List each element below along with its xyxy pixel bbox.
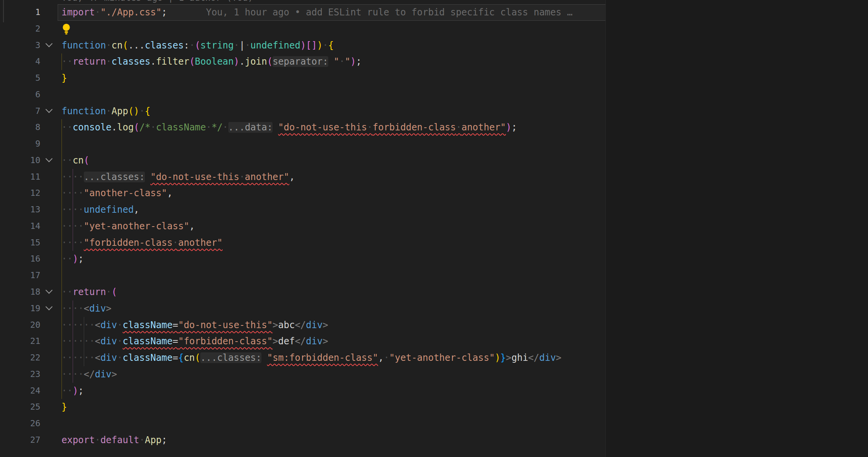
line-number[interactable]: 23 <box>0 366 40 383</box>
line-number[interactable]: 1 <box>0 4 40 21</box>
fold-column <box>40 366 58 383</box>
code-line[interactable]: 22······<div·className={cn(...classes: "… <box>0 350 868 366</box>
line-number[interactable]: 12 <box>0 185 40 202</box>
code-text: ····undefined, <box>58 202 868 218</box>
indent-guide <box>73 300 73 317</box>
fold-column <box>40 350 58 366</box>
code-line[interactable]: 2 <box>0 21 868 37</box>
indent-guide <box>73 202 73 218</box>
code-text: } <box>58 399 868 415</box>
line-number[interactable]: 9 <box>0 136 40 152</box>
line-number[interactable]: 2 <box>0 21 40 37</box>
fold-chevron-icon[interactable] <box>40 152 58 169</box>
fold-column <box>40 267 58 284</box>
code-line[interactable]: 10··cn( <box>0 152 868 169</box>
line-number[interactable]: 16 <box>0 251 40 267</box>
line-number[interactable]: 4 <box>0 53 40 70</box>
fold-column <box>40 218 58 235</box>
code-line[interactable]: 5} <box>0 70 868 87</box>
code-text: ··); <box>58 383 868 399</box>
line-number[interactable]: 10 <box>0 152 40 169</box>
indent-guide <box>62 333 62 350</box>
indent-guide <box>62 218 62 235</box>
code-line[interactable]: 11····...classes: "do-not-use-this·anoth… <box>0 169 868 185</box>
line-number[interactable]: 25 <box>0 399 40 415</box>
fold-column <box>40 432 58 449</box>
line-number[interactable]: 11 <box>0 169 40 185</box>
code-line[interactable]: 16··); <box>0 251 868 267</box>
indent-guide <box>62 284 62 300</box>
code-line[interactable]: 3function·cn(...classes:·(string·|·undef… <box>0 37 868 54</box>
line-number[interactable]: 14 <box>0 218 40 235</box>
line-number[interactable]: 13 <box>0 202 40 218</box>
code-line[interactable]: 23····</div> <box>0 366 868 383</box>
code-line[interactable]: 12····"another-class", <box>0 185 868 202</box>
indent-guide <box>62 317 62 334</box>
indent-guide <box>73 333 73 350</box>
line-number[interactable]: 7 <box>0 103 40 120</box>
fold-column <box>40 119 58 136</box>
line-number[interactable]: 26 <box>0 415 40 432</box>
fold-chevron-icon[interactable] <box>40 103 58 120</box>
code-line[interactable]: 15····"forbidden-class·another" <box>0 235 868 251</box>
fold-chevron-icon[interactable] <box>40 37 58 54</box>
line-number[interactable]: 24 <box>0 383 40 399</box>
code-line[interactable]: 24··); <box>0 383 868 399</box>
line-number[interactable]: 17 <box>0 267 40 284</box>
fold-column <box>40 202 58 218</box>
line-number[interactable]: 21 <box>0 333 40 350</box>
line-number[interactable]: 19 <box>0 300 40 317</box>
code-text: ··); <box>58 251 868 267</box>
code-line[interactable]: 25} <box>0 399 868 415</box>
line-number[interactable]: 5 <box>0 70 40 87</box>
fold-column <box>40 169 58 185</box>
fold-column <box>40 185 58 202</box>
fold-chevron-icon[interactable] <box>40 300 58 317</box>
lightbulb-icon[interactable] <box>62 23 71 35</box>
code-line[interactable]: 7function·App()·{ <box>0 103 868 120</box>
line-number[interactable]: 6 <box>0 87 40 103</box>
code-line[interactable]: 17 <box>0 267 868 284</box>
code-text: ··console.log(/*·className·*/·...data: "… <box>58 119 868 136</box>
fold-column <box>40 235 58 251</box>
line-number[interactable]: 15 <box>0 235 40 251</box>
line-number[interactable]: 27 <box>0 432 40 449</box>
fold-chevron-icon[interactable] <box>40 284 58 300</box>
code-line[interactable]: 6 <box>0 87 868 103</box>
line-number[interactable]: 22 <box>0 350 40 366</box>
indent-guide <box>62 152 62 169</box>
indent-guide <box>73 218 73 235</box>
code-line[interactable]: 19····<div> <box>0 300 868 317</box>
git-lens-annotation[interactable]: You, 47 minutes ago | 1 author (You) <box>62 0 253 3</box>
line-number[interactable]: 8 <box>0 119 40 136</box>
code-text <box>58 415 868 432</box>
code-text: ····<div> <box>58 300 868 317</box>
code-line[interactable]: 13····undefined, <box>0 202 868 218</box>
indent-guide <box>62 383 62 399</box>
code-line[interactable]: 27export·default·App; <box>0 432 868 449</box>
code-line[interactable]: 9 <box>0 136 868 152</box>
indent-guide <box>62 185 62 202</box>
code-line[interactable]: 21······<div·className="forbidden-class"… <box>0 333 868 350</box>
code-text: ··cn( <box>58 152 868 169</box>
code-text: ··return·classes.filter(Boolean).join(se… <box>58 53 868 70</box>
code-line[interactable]: 26 <box>0 415 868 432</box>
fold-column <box>40 53 58 70</box>
code-line[interactable]: 20······<div·className="do-not-use-this"… <box>0 317 868 334</box>
code-text: ······<div·className={cn(...classes: "sm… <box>58 350 868 366</box>
code-text: export·default·App; <box>58 432 868 449</box>
code-text: ····...classes: "do-not-use-this·another… <box>58 169 868 185</box>
code-line[interactable]: 4··return·classes.filter(Boolean).join(s… <box>0 53 868 70</box>
code-line[interactable]: 14····"yet-another-class", <box>0 218 868 235</box>
code-line[interactable]: 18··return·( <box>0 284 868 300</box>
fold-column <box>40 136 58 152</box>
code-text <box>58 87 868 103</box>
indent-guide <box>62 300 62 317</box>
line-number[interactable]: 3 <box>0 37 40 54</box>
code-line[interactable]: 8··console.log(/*·className·*/·...data: … <box>0 119 868 136</box>
fold-column <box>40 383 58 399</box>
code-text: ··return·( <box>58 284 868 300</box>
line-number[interactable]: 20 <box>0 317 40 334</box>
line-number[interactable]: 18 <box>0 284 40 300</box>
code-line[interactable]: 1import·"./App.css"; You, 1 hour ago • a… <box>0 4 868 21</box>
